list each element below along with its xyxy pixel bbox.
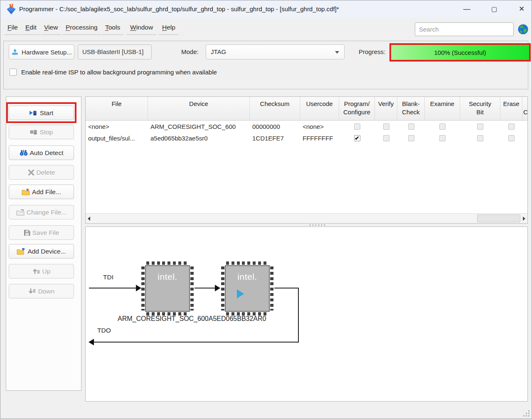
- globe-help-icon[interactable]: [517, 24, 529, 35]
- chain-device-names: ARM_CORESIGHT_SOC_600A5ED065BB32AR0: [118, 315, 266, 323]
- scrollbar-thumb[interactable]: [477, 214, 520, 222]
- action-sidebar: Start Stop Auto Detect Delete Add File.: [6, 96, 81, 391]
- device-chip-agilex[interactable]: intel.: [221, 261, 273, 315]
- menu-bar: File Edit View Processing Tools Window H…: [0, 18, 532, 41]
- column-header-blank-check[interactable]: Blank-Check: [397, 97, 425, 120]
- verify-checkbox[interactable]: [383, 135, 389, 141]
- mode-label: Mode:: [181, 44, 199, 59]
- jtag-chain-view: TDI intel. intel. ARM_CORESIGHT_SOC_600A…: [85, 227, 528, 402]
- menu-view[interactable]: View: [41, 22, 61, 35]
- add-file-icon: [22, 189, 30, 195]
- chain-wire: [195, 288, 215, 288]
- chain-arrowhead: [215, 285, 220, 291]
- device-chip-arm-coresight[interactable]: intel.: [141, 261, 194, 315]
- minimize-icon[interactable]: —: [457, 0, 476, 18]
- column-header-device[interactable]: Device: [148, 97, 250, 120]
- selected-device-play-icon: [237, 289, 244, 298]
- auto-detect-button[interactable]: Auto Detect: [9, 145, 74, 160]
- progress-label: Progress:: [359, 44, 385, 59]
- delete-button[interactable]: Delete: [9, 165, 74, 180]
- menu-tools[interactable]: Tools: [102, 22, 123, 35]
- cell-file: output_files/sul...: [86, 135, 148, 142]
- scroll-right-icon[interactable]: [521, 214, 527, 223]
- programmer-toolbar: Hardware Setup... USB-BlasterII [USB-1] …: [3, 41, 528, 89]
- menu-help[interactable]: Help: [159, 22, 179, 35]
- blank-check-checkbox[interactable]: [408, 135, 414, 141]
- add-device-icon: [17, 248, 25, 255]
- hardware-name-field: USB-BlasterII [USB-1]: [78, 44, 152, 59]
- cell-usercode: FFFFFFFF: [300, 135, 339, 142]
- tdo-wire-bottom: [94, 342, 299, 343]
- menu-edit[interactable]: Edit: [22, 22, 40, 35]
- column-header-usercode[interactable]: Usercode: [300, 97, 339, 120]
- column-header-file[interactable]: File: [86, 97, 148, 120]
- search-input[interactable]: [415, 22, 514, 36]
- save-file-icon: [24, 229, 30, 236]
- hardware-setup-label: Hardware Setup...: [22, 49, 72, 56]
- panel-splitter[interactable]: [310, 224, 327, 226]
- tdo-wire-top: [274, 288, 299, 288]
- add-file-button[interactable]: Add File...: [9, 185, 74, 199]
- down-button[interactable]: Down: [9, 284, 74, 298]
- column-header-checksum[interactable]: Checksum: [250, 97, 300, 120]
- mode-value: JTAG: [211, 48, 226, 55]
- stop-button[interactable]: Stop: [9, 125, 74, 139]
- save-file-button[interactable]: Save File: [9, 225, 74, 240]
- security-bit-checkbox[interactable]: [477, 135, 483, 141]
- column-header-security-bit[interactable]: SecurityBit: [460, 97, 500, 120]
- delete-x-icon: [28, 169, 34, 176]
- resize-grip[interactable]: [523, 410, 525, 412]
- menu-file[interactable]: File: [4, 22, 21, 35]
- cell-file: <none>: [86, 123, 148, 130]
- cell-checksum: 1CD1EFE7: [250, 135, 300, 142]
- column-header-examine[interactable]: Examine: [425, 97, 460, 120]
- start-button[interactable]: Start: [9, 106, 74, 120]
- chevron-down-icon: [335, 51, 339, 54]
- program-configure-checkbox[interactable]: [354, 123, 360, 130]
- scroll-left-icon[interactable]: [86, 214, 92, 223]
- close-icon[interactable]: ✕: [512, 0, 531, 18]
- column-header-erase[interactable]: Erase: [500, 97, 522, 120]
- maximize-icon[interactable]: ▢: [485, 0, 504, 18]
- cell-checksum: 00000000: [250, 123, 300, 130]
- binoculars-icon: [20, 150, 28, 156]
- add-device-button[interactable]: Add Device...: [9, 244, 74, 259]
- tdo-arrowhead: [89, 339, 94, 345]
- menu-window[interactable]: Window: [127, 22, 156, 35]
- tdo-wire-vertical: [298, 288, 299, 343]
- progress-text: 100% (Successful): [434, 49, 486, 56]
- cell-device: ARM_CORESIGHT_SOC_600: [148, 123, 250, 130]
- progress-annotation-box: 100% (Successful): [389, 43, 531, 62]
- realtime-isp-checkbox[interactable]: [10, 69, 17, 76]
- up-button[interactable]: Up: [9, 264, 74, 279]
- examine-checkbox[interactable]: [439, 135, 446, 141]
- column-header-clamp-partial[interactable]: Cl: [522, 97, 528, 120]
- play-icon: [30, 110, 38, 116]
- security-bit-checkbox[interactable]: [477, 123, 483, 130]
- mode-select[interactable]: JTAG: [206, 44, 345, 59]
- progress-bar: 100% (Successful): [391, 45, 529, 60]
- realtime-isp-label: Enable real-time ISP to allow background…: [21, 69, 217, 76]
- column-header-program-configure[interactable]: Program/Configure: [339, 97, 375, 120]
- column-header-verify[interactable]: Verify: [375, 97, 397, 120]
- tdo-label: TDO: [97, 327, 111, 334]
- hardware-setup-button[interactable]: Hardware Setup...: [9, 44, 74, 59]
- blank-check-checkbox[interactable]: [408, 123, 414, 130]
- examine-checkbox[interactable]: [439, 123, 446, 130]
- horizontal-scrollbar[interactable]: [86, 213, 527, 223]
- change-file-button[interactable]: Change File...: [9, 205, 74, 219]
- erase-checkbox[interactable]: [508, 123, 515, 130]
- device-file-table: File Device Checksum Usercode Program/Co…: [85, 96, 528, 224]
- tdi-arrowhead: [136, 285, 141, 291]
- hardware-setup-icon: [11, 49, 19, 55]
- table-row[interactable]: <none> ARM_CORESIGHT_SOC_600 00000000 <n…: [86, 121, 527, 132]
- erase-checkbox[interactable]: [508, 135, 515, 141]
- menu-processing[interactable]: Processing: [62, 22, 101, 35]
- verify-checkbox[interactable]: [383, 123, 389, 130]
- program-configure-checkbox[interactable]: ✔: [354, 135, 360, 141]
- up-arrow-icon: [32, 268, 40, 274]
- table-row[interactable]: output_files/sul... a5ed065bb32ae5sr0 1C…: [86, 132, 527, 144]
- status-bar: [0, 402, 532, 419]
- table-header-row: File Device Checksum Usercode Program/Co…: [86, 97, 527, 121]
- intel-logo: intel.: [226, 272, 269, 282]
